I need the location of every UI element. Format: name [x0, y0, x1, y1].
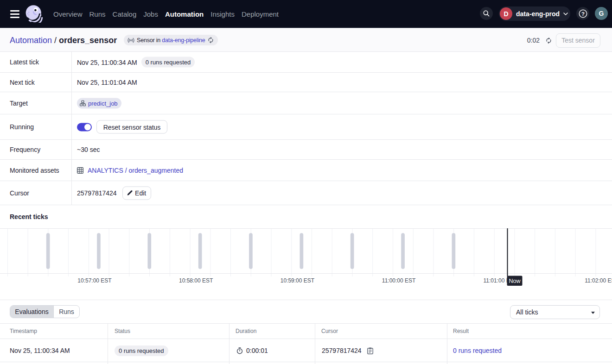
svg-text:Now: Now: [509, 278, 521, 284]
svg-text:10:57:00 EST: 10:57:00 EST: [77, 277, 112, 284]
svg-text:10:58:00 EST: 10:58:00 EST: [179, 277, 213, 284]
svg-text:11:00:00 EST: 11:00:00 EST: [382, 277, 416, 284]
svg-text:11:02:00 EST: 11:02:00 EST: [585, 277, 612, 284]
svg-text:10:59:00 EST: 10:59:00 EST: [280, 277, 315, 284]
svg-text:?: ?: [581, 11, 584, 16]
